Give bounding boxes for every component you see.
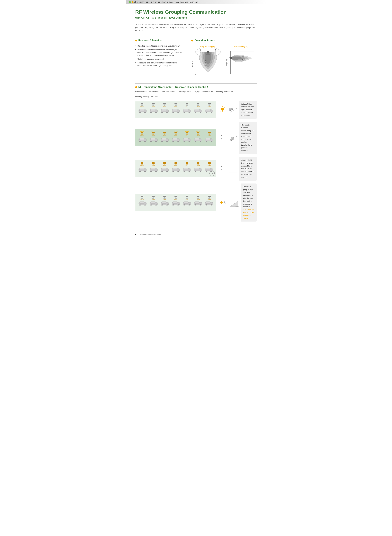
svg-rect-201 xyxy=(162,168,166,170)
feature-item-1: Detection range (diameter x height): Max… xyxy=(135,44,182,48)
scenario-3-cars xyxy=(135,166,216,172)
page-number: 63 xyxy=(135,233,137,235)
svg-rect-225 xyxy=(141,196,143,197)
svg-line-113 xyxy=(187,131,188,132)
scenario-4-lights: master slave slave slave xyxy=(135,194,216,200)
svg-rect-66 xyxy=(195,109,199,111)
rf-section: RF Transmitting (Transmitter + Receiver,… xyxy=(135,83,257,221)
intro-text: Thanks to the built-in RF wireless senso… xyxy=(135,23,257,32)
svg-rect-252 xyxy=(173,202,177,203)
footer-text: / Intelligent Lighting Solutions xyxy=(139,234,161,235)
wall-diagram: Wall mounting (m) 9 Height (m) 0 4 xyxy=(226,46,257,77)
sensor-label: Sensor Settings Demostration: xyxy=(135,91,159,93)
standby-period: Stand-by Period: 5min xyxy=(216,91,233,93)
ceiling-diagram: Ceiling mounting (m) 0 6 Height (m) xyxy=(191,46,223,77)
feature-item-3: Up to 16 groups can be created. xyxy=(135,57,182,61)
scenario-2-right: The master switches all salves on by RF … xyxy=(219,122,257,154)
svg-rect-131 xyxy=(140,138,144,140)
scenario-3-right: After the hold-time, the whole group of … xyxy=(219,157,257,181)
page-footer: 63 / Intelligent Lighting Solutions xyxy=(126,231,266,238)
svg-rect-43 xyxy=(208,103,211,104)
svg-rect-264 xyxy=(206,202,210,203)
svg-line-189 xyxy=(209,162,210,162)
svg-line-115 xyxy=(188,131,189,132)
svg-marker-234 xyxy=(186,197,188,199)
svg-marker-34 xyxy=(152,104,154,106)
ceiling-svg: 0 6 Height (m) xyxy=(191,48,223,76)
svg-line-78 xyxy=(220,107,221,108)
wall-label: Wall mounting (m) xyxy=(226,46,257,47)
svg-rect-110 xyxy=(174,132,177,133)
svg-rect-116 xyxy=(186,132,188,133)
header-dots xyxy=(129,1,136,3)
svg-marker-111 xyxy=(174,133,177,135)
scenario-4-text: The whole group of lights switch off aut… xyxy=(241,183,257,222)
svg-rect-182 xyxy=(186,162,188,164)
svg-marker-191 xyxy=(208,164,211,165)
svg-rect-213 xyxy=(195,168,199,170)
svg-marker-42 xyxy=(197,104,199,106)
light-unit-2-master-a: master xyxy=(137,131,147,136)
svg-marker-123 xyxy=(197,133,199,135)
svg-marker-32 xyxy=(141,104,143,106)
svg-marker-228 xyxy=(152,197,154,199)
svg-rect-92 xyxy=(141,132,143,133)
light-unit-4-slave-c: slave xyxy=(171,195,181,200)
light-unit-slave-1e: slave xyxy=(193,103,203,108)
svg-rect-143 xyxy=(173,138,177,140)
svg-line-94 xyxy=(153,131,153,132)
svg-marker-105 xyxy=(163,133,166,135)
svg-line-108 xyxy=(174,131,175,132)
header-bar: FUNCTION - RF WIRELESS GROUPING COMMUNIC… xyxy=(126,0,266,4)
svg-line-127 xyxy=(210,131,211,132)
scenario-3-lights: master slave slave slave xyxy=(135,160,216,166)
svg-line-120 xyxy=(196,131,197,132)
svg-marker-99 xyxy=(152,133,154,135)
hold-time: Hold-time: 10min xyxy=(162,91,174,93)
svg-rect-174 xyxy=(163,162,166,164)
feature-item-2: Wireless communication between luminaire… xyxy=(135,48,182,57)
svg-text:0: 0 xyxy=(229,57,230,58)
features-dot xyxy=(135,40,137,42)
light-unit-2-slave-e: slave xyxy=(193,131,203,136)
scenario-1-ramp xyxy=(228,105,238,114)
svg-marker-183 xyxy=(186,164,188,165)
svg-marker-171 xyxy=(152,164,154,165)
standby-dim: Stand-by Dimming Level: 10% xyxy=(135,96,158,98)
svg-rect-190 xyxy=(208,162,211,164)
svg-rect-128 xyxy=(208,132,211,133)
svg-rect-229 xyxy=(163,196,166,197)
svg-line-169 xyxy=(153,162,154,162)
dot-orange xyxy=(132,1,134,3)
svg-text:9: 9 xyxy=(248,49,249,51)
sensor-settings: Sensor Settings Demostration: Hold-time:… xyxy=(135,91,257,98)
scenario-4-ramp xyxy=(230,198,239,207)
light-unit-slave-1b: slave xyxy=(159,103,169,108)
svg-rect-260 xyxy=(195,202,199,203)
svg-rect-237 xyxy=(208,196,211,197)
svg-rect-50 xyxy=(150,109,155,111)
svg-rect-41 xyxy=(197,103,199,104)
light-unit-3-master-a: master xyxy=(137,161,147,166)
svg-line-185 xyxy=(198,162,199,162)
svg-rect-37 xyxy=(174,103,177,104)
scenario-4-symbol xyxy=(219,201,228,205)
daylight-threshold: Daylight Threshold: 50lux xyxy=(194,91,213,93)
page-subtitle: with ON-OFF & Bi-level/Tri-level Dimming xyxy=(135,16,257,19)
svg-line-177 xyxy=(176,162,176,162)
svg-line-112 xyxy=(186,131,187,132)
svg-line-119 xyxy=(198,131,199,132)
scenario-2-lights: master slave slave slave xyxy=(135,129,216,136)
clock-icon xyxy=(209,171,215,176)
scenario-2: master slave slave slave xyxy=(135,122,257,154)
svg-line-91 xyxy=(143,131,144,132)
svg-rect-147 xyxy=(184,138,188,140)
detection-title: Detection Pattern xyxy=(194,39,215,42)
features-list: Detection range (diameter x height): Max… xyxy=(135,44,182,67)
scenario-4-orange-text: *Set stand-by time at infinity for bi-le… xyxy=(243,209,254,219)
svg-rect-256 xyxy=(184,202,188,203)
light-unit-2-master-b: master xyxy=(204,131,215,136)
detection-column: Detection Pattern Ceiling mounting (m) 0… xyxy=(188,39,257,77)
svg-marker-230 xyxy=(163,197,166,199)
scenario-4-right: The whole group of lights switch off aut… xyxy=(219,183,257,222)
